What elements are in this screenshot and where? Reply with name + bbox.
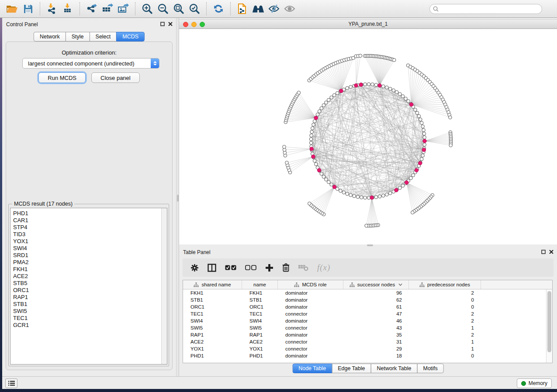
table-cell-name[interactable]: PHD1	[242, 352, 278, 359]
table-cell-predecessors[interactable]: 0	[409, 352, 481, 359]
table-row[interactable]: SWI5SWI5connector431	[183, 324, 546, 331]
table-cell-role[interactable]: dominator	[278, 317, 343, 324]
table-cell-shared-name[interactable]: TEC1	[183, 310, 242, 317]
show-column-panel-button[interactable]	[208, 264, 216, 272]
mcds-result-list[interactable]: PHD1CAR1STP4TID3YOX1SWI4SRD1PMA2FKH1ACE2…	[10, 208, 167, 364]
table-cell-role[interactable]: dominator	[278, 352, 343, 359]
mcds-result-item[interactable]: STB1	[10, 301, 167, 308]
table-cell-predecessors[interactable]: 0	[409, 303, 481, 310]
table-cell-role[interactable]: dominator	[278, 303, 343, 310]
table-cell-name[interactable]: STB1	[242, 296, 278, 303]
table-cell-shared-name[interactable]: STB1	[183, 296, 242, 303]
export-table-button[interactable]	[101, 2, 114, 15]
table-row[interactable]: ORC1ORC1dominator610	[183, 303, 546, 310]
table-row[interactable]: TEC1TEC1connector472	[183, 310, 546, 317]
table-cell-role[interactable]: dominator	[278, 331, 343, 338]
tab-mcds[interactable]: MCDS	[116, 32, 145, 41]
table-row[interactable]: PHD1PHD1dominator180	[183, 352, 546, 359]
import-network-button[interactable]	[45, 2, 59, 15]
table-row[interactable]: SWI4SWI4dominator462	[183, 317, 546, 324]
splitter-grip[interactable]	[367, 244, 373, 246]
table-cell-role[interactable]: connector	[278, 324, 343, 331]
zoom-in-button[interactable]	[141, 2, 154, 15]
panel-splitter[interactable]	[176, 18, 179, 376]
table-cell-name[interactable]: RAP1	[242, 331, 278, 338]
column-header-name[interactable]: name	[242, 280, 278, 289]
zoom-selected-button[interactable]	[188, 2, 201, 15]
mcds-result-item[interactable]: PHD1	[10, 210, 167, 217]
table-cell-shared-name[interactable]: YOX1	[183, 345, 242, 352]
column-header-successor-nodes[interactable]: successor nodes	[343, 280, 409, 289]
table-cell-successors[interactable]: 62	[343, 296, 409, 303]
select-all-columns-button[interactable]	[225, 265, 236, 270]
mcds-result-item[interactable]: RAP1	[10, 294, 167, 301]
table-cell-shared-name[interactable]: SWI5	[183, 324, 242, 331]
table-cell-predecessors[interactable]: 1	[409, 338, 481, 345]
table-row[interactable]: RAP1RAP1dominator352	[183, 331, 546, 338]
table-cell-successors[interactable]: 43	[343, 324, 409, 331]
tab-node-table[interactable]: Node Table	[292, 364, 332, 373]
mcds-result-item[interactable]: GCR1	[10, 322, 167, 329]
mcds-list-scrollbar[interactable]	[161, 208, 167, 364]
export-image-button[interactable]	[117, 2, 130, 15]
table-cell-shared-name[interactable]: PHD1	[183, 352, 242, 359]
table-cell-name[interactable]: ORC1	[242, 303, 278, 310]
table-cell-predecessors[interactable]: 1	[409, 345, 481, 352]
delete-column-button[interactable]	[282, 263, 290, 272]
table-cell-shared-name[interactable]: ACE2	[183, 338, 242, 345]
table-cell-predecessors[interactable]: 1	[409, 324, 481, 331]
first-neighbors-button[interactable]	[252, 2, 265, 15]
table-cell-role[interactable]: dominator	[278, 289, 343, 296]
mcds-result-item[interactable]: CAR1	[10, 217, 167, 224]
table-scrollbar[interactable]	[546, 289, 552, 363]
mcds-result-item[interactable]: SWI5	[10, 308, 167, 315]
mcds-result-item[interactable]: PMA2	[10, 259, 167, 266]
float-panel-icon[interactable]	[160, 22, 165, 26]
mcds-result-item[interactable]: ORC1	[10, 287, 167, 294]
column-header-shared-name[interactable]: shared name	[183, 280, 242, 289]
mcds-result-item[interactable]: SWI4	[10, 245, 167, 252]
table-cell-role[interactable]: dominator	[278, 296, 343, 303]
run-mcds-button[interactable]: Run MCDS	[38, 72, 86, 83]
tab-motifs[interactable]: Motifs	[417, 364, 443, 373]
open-file-button[interactable]	[6, 2, 19, 15]
mcds-result-item[interactable]: TEC1	[10, 315, 167, 322]
table-cell-predecessors[interactable]: 2	[409, 289, 481, 296]
deselect-all-columns-button[interactable]	[245, 265, 256, 270]
table-cell-role[interactable]: connector	[278, 345, 343, 352]
criterion-select[interactable]: largest connected component (undirected)	[22, 58, 159, 69]
import-table-button[interactable]	[61, 2, 74, 15]
table-cell-role[interactable]: connector	[278, 338, 343, 345]
table-cell-predecessors[interactable]: 2	[409, 310, 481, 317]
export-network-button[interactable]	[85, 2, 98, 15]
table-cell-shared-name[interactable]: FKH1	[183, 289, 242, 296]
save-session-button[interactable]	[21, 2, 35, 15]
memory-button[interactable]: Memory	[517, 378, 552, 388]
float-panel-icon[interactable]	[541, 250, 546, 254]
table-cell-name[interactable]: ACE2	[242, 338, 278, 345]
table-row[interactable]: FKH1FKH1dominator962	[183, 289, 546, 296]
task-history-button[interactable]	[5, 378, 17, 388]
network-graph[interactable]	[179, 29, 557, 244]
table-cell-shared-name[interactable]: RAP1	[183, 331, 242, 338]
tab-select[interactable]: Select	[90, 32, 117, 41]
mcds-result-item[interactable]: STP4	[10, 224, 167, 231]
table-cell-shared-name[interactable]: SWI4	[183, 317, 242, 324]
create-column-button[interactable]	[265, 264, 273, 272]
tab-network[interactable]: Network	[34, 32, 66, 41]
mcds-result-item[interactable]: TID3	[10, 231, 167, 238]
mcds-result-item[interactable]: ACE2	[10, 273, 167, 280]
splitter-grip[interactable]	[177, 195, 179, 202]
close-panel-icon[interactable]	[168, 22, 173, 26]
table-cell-predecessors[interactable]: 0	[409, 296, 481, 303]
table-cell-name[interactable]: SWI4	[242, 317, 278, 324]
tab-edge-table[interactable]: Edge Table	[332, 364, 371, 373]
new-network-from-selection-button[interactable]	[236, 2, 249, 15]
scrollbar-thumb[interactable]	[547, 291, 551, 352]
search-input[interactable]	[441, 6, 539, 12]
table-cell-successors[interactable]: 96	[343, 289, 409, 296]
table-cell-successors[interactable]: 29	[343, 345, 409, 352]
table-cell-name[interactable]: TEC1	[242, 310, 278, 317]
show-all-button[interactable]	[283, 2, 296, 15]
table-row[interactable]: STB1STB1dominator620	[183, 296, 546, 303]
